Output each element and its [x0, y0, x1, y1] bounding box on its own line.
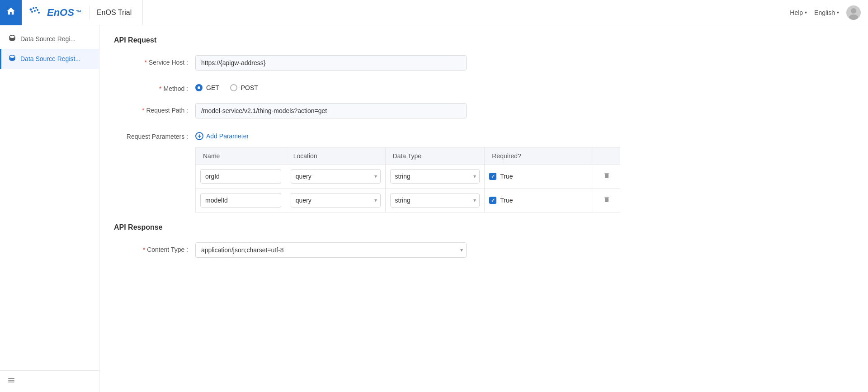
help-menu[interactable]: Help ▾: [790, 9, 807, 16]
required-checkbox-wrap-1: ✓ True: [489, 173, 588, 180]
request-path-row: *Request Path :: [114, 103, 854, 118]
param-name-input-1[interactable]: [200, 169, 281, 184]
content-type-select-wrapper: application/json;charset=utf-8 applicati…: [195, 242, 467, 258]
request-params-row: Request Parameters : + Add Parameter Nam…: [114, 129, 854, 213]
svg-point-0: [30, 8, 32, 10]
param-location-cell-1: query header path body ▾: [286, 165, 385, 189]
api-response-title: API Response: [114, 223, 854, 231]
user-avatar[interactable]: [846, 5, 861, 20]
divider: [89, 6, 90, 19]
add-param-icon: +: [195, 132, 203, 140]
language-menu[interactable]: English ▾: [814, 9, 839, 16]
sidebar: Data Source Regi... Data Source Regist..…: [0, 25, 99, 392]
api-request-section: API Request *Service Host : *Method :: [114, 36, 854, 213]
col-header-name: Name: [196, 148, 286, 165]
required-checkbox-wrap-2: ✓ True: [489, 197, 588, 204]
param-datatype-select-2[interactable]: string integer number boolean: [390, 193, 480, 208]
content-type-select[interactable]: application/json;charset=utf-8 applicati…: [195, 242, 467, 258]
sidebar-item-data-source-regi[interactable]: Data Source Regi...: [0, 29, 99, 49]
language-chevron-icon: ▾: [837, 10, 839, 15]
api-response-section: API Response *Content Type : application…: [114, 223, 854, 258]
content-type-row: *Content Type : application/json;charset…: [114, 242, 854, 258]
add-parameter-button[interactable]: + Add Parameter: [195, 129, 854, 140]
param-location-select-wrapper-1: query header path body ▾: [291, 169, 381, 184]
param-datatype-select-wrapper-2: string integer number boolean ▾: [390, 193, 480, 208]
service-host-input[interactable]: [195, 55, 467, 71]
enos-trademark: ™: [76, 9, 82, 16]
help-chevron-icon: ▾: [805, 10, 807, 15]
content-type-required-star: *: [143, 246, 145, 253]
method-row: *Method : GET POST: [114, 81, 854, 92]
enos-text: EnOS: [47, 7, 74, 19]
content-type-field: application/json;charset=utf-8 applicati…: [195, 242, 467, 258]
request-params-label: Request Parameters :: [114, 129, 195, 140]
param-required-cell-2: ✓ True: [485, 189, 593, 213]
method-required-star: *: [159, 85, 161, 92]
svg-point-4: [34, 10, 36, 12]
param-datatype-select-wrapper-1: string integer number boolean ▾: [390, 169, 480, 184]
home-button[interactable]: [0, 0, 22, 25]
method-label: *Method :: [114, 81, 195, 92]
param-location-select-2[interactable]: query header path body: [291, 193, 381, 208]
table-row: query header path body ▾: [196, 165, 620, 189]
param-name-cell-1: [196, 165, 286, 189]
param-name-input-2[interactable]: [200, 193, 281, 208]
service-host-label: *Service Host :: [114, 55, 195, 66]
home-icon: [6, 6, 16, 19]
service-host-field: [195, 55, 467, 71]
required-true-label-1: True: [500, 173, 513, 180]
request-path-label: *Request Path :: [114, 103, 195, 114]
col-header-location: Location: [286, 148, 385, 165]
service-host-row: *Service Host :: [114, 55, 854, 71]
required-true-label-2: True: [500, 197, 513, 204]
param-location-select-wrapper-2: query header path body ▾: [291, 193, 381, 208]
required-checkbox-2[interactable]: ✓: [489, 197, 496, 204]
param-required-cell-1: ✓ True: [485, 165, 593, 189]
svg-point-6: [38, 12, 40, 14]
params-table: Name Location Data Type Required?: [195, 147, 620, 213]
required-checkbox-1[interactable]: ✓: [489, 173, 496, 180]
checkbox-check-icon-2: ✓: [491, 198, 495, 203]
sidebar-bottom: [0, 370, 99, 392]
datasource-active-icon: [9, 54, 16, 63]
enos-logo: EnOS ™: [29, 6, 82, 19]
col-header-datatype: Data Type: [385, 148, 485, 165]
col-header-action: [593, 148, 620, 165]
table-row: query header path body ▾: [196, 189, 620, 213]
sidebar-toggle-icon[interactable]: [7, 377, 15, 386]
get-label: GET: [206, 84, 219, 91]
svg-point-7: [851, 8, 856, 14]
param-location-cell-2: query header path body ▾: [286, 189, 385, 213]
main-layout: Data Source Regi... Data Source Regist..…: [0, 25, 868, 392]
post-label: POST: [241, 84, 258, 91]
svg-point-3: [31, 11, 33, 13]
method-post-option[interactable]: POST: [230, 84, 258, 91]
api-request-title: API Request: [114, 36, 854, 44]
method-get-option[interactable]: GET: [195, 84, 219, 91]
datasource-icon: [9, 34, 16, 43]
col-header-required: Required?: [485, 148, 593, 165]
app-title: EnOS Trial: [97, 9, 132, 17]
param-name-cell-2: [196, 189, 286, 213]
delete-row-button-1[interactable]: [603, 173, 610, 180]
service-host-required-star: *: [144, 59, 146, 66]
delete-row-button-2[interactable]: [603, 197, 610, 204]
param-datatype-select-1[interactable]: string integer number boolean: [390, 169, 480, 184]
request-path-required-star: *: [142, 107, 144, 114]
svg-point-5: [37, 9, 38, 11]
params-area: + Add Parameter Name Location Data Type …: [195, 129, 854, 213]
param-location-select-1[interactable]: query header path body: [291, 169, 381, 184]
method-radio-group: GET POST: [195, 81, 467, 91]
main-content: API Request *Service Host : *Method :: [99, 25, 868, 392]
request-path-input[interactable]: [195, 103, 467, 118]
method-field: GET POST: [195, 81, 467, 91]
sidebar-item-data-source-regist[interactable]: Data Source Regist...: [0, 49, 99, 69]
sidebar-item-label-regist: Data Source Regist...: [20, 55, 80, 62]
top-navigation: EnOS ™ EnOS Trial Help ▾ English ▾: [0, 0, 868, 25]
get-radio-circle: [195, 84, 203, 91]
sidebar-item-label-regi: Data Source Regi...: [20, 35, 75, 43]
param-datatype-cell-2: string integer number boolean ▾: [385, 189, 485, 213]
checkbox-check-icon-1: ✓: [491, 174, 495, 179]
top-nav-right: Help ▾ English ▾: [790, 5, 861, 20]
params-table-header: Name Location Data Type Required?: [196, 148, 620, 165]
